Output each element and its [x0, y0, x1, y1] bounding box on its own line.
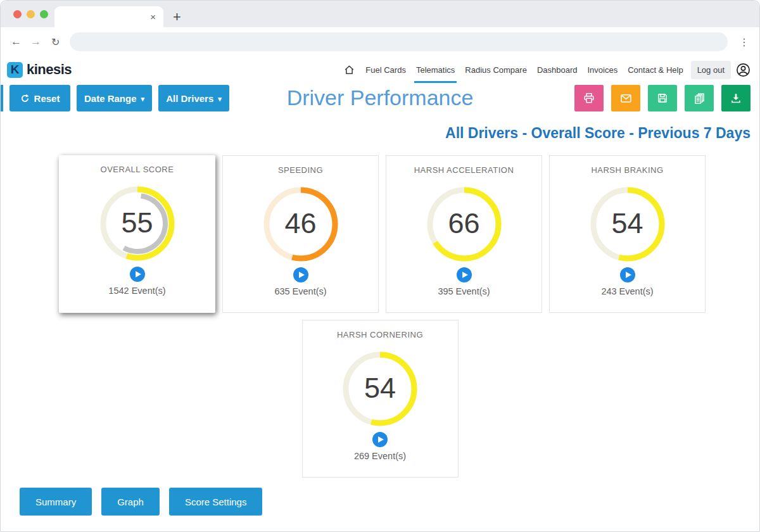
events-count: 269 Event(s) — [303, 451, 458, 461]
nav-invoices[interactable]: Invoices — [582, 56, 623, 83]
play-button[interactable] — [372, 432, 388, 447]
user-avatar-icon[interactable] — [736, 63, 750, 77]
gauge-overall-score: 55 — [96, 182, 179, 265]
card-speeding[interactable]: SPEEDING 46 635 Event(s) — [222, 155, 379, 313]
export-actions — [574, 85, 750, 111]
refresh-icon — [20, 94, 30, 103]
chevron-down-icon: ▾ — [141, 95, 145, 103]
copy-button[interactable] — [685, 85, 714, 111]
browser-window: × + ← → ↻ ⋮ K kinesis Fuel Cards Telemat… — [0, 0, 760, 532]
save-icon — [657, 92, 668, 104]
events-count: 635 Event(s) — [223, 286, 378, 296]
save-button[interactable] — [648, 85, 677, 111]
play-button[interactable] — [457, 267, 472, 282]
envelope-icon — [620, 92, 632, 104]
email-button[interactable] — [611, 85, 640, 111]
nav-radius-compare[interactable]: Radius Compare — [460, 56, 532, 83]
card-title: OVERALL SCORE — [59, 165, 215, 174]
score-value: 54 — [339, 372, 421, 405]
browser-menu-icon[interactable]: ⋮ — [739, 36, 749, 48]
new-tab-button[interactable]: + — [173, 10, 181, 24]
back-icon[interactable]: ← — [11, 35, 22, 48]
address-input[interactable] — [70, 32, 728, 51]
events-count: 1542 Event(s) — [59, 286, 215, 296]
logout-button[interactable]: Log out — [691, 61, 731, 79]
gauge-harsh-braking: 54 — [586, 183, 669, 265]
gauge-harsh-cornering: 54 — [339, 348, 421, 430]
date-range-label: Date Range — [84, 93, 137, 104]
card-harsh-acceleration[interactable]: HARSH ACCELERATION 66 395 Event(s) — [386, 155, 542, 313]
nav-fuel-cards[interactable]: Fuel Cards — [360, 56, 411, 83]
all-drivers-label: All Drivers — [166, 93, 213, 104]
browser-titlebar: × + — [1, 1, 759, 27]
download-icon — [730, 92, 742, 104]
card-title: HARSH BRAKING — [550, 165, 705, 175]
reload-icon[interactable]: ↻ — [51, 36, 60, 48]
kinesis-logo[interactable]: K kinesis — [7, 61, 72, 78]
score-value: 54 — [586, 207, 669, 240]
download-button[interactable] — [721, 85, 750, 111]
card-title: HARSH CORNERING — [303, 330, 458, 339]
close-window-button[interactable] — [13, 10, 22, 18]
controls-row: Reset Date Range ▾ All Drivers ▾ Driver … — [1, 83, 759, 118]
browser-address-bar-row: ← → ↻ ⋮ — [1, 27, 759, 56]
nav-contact-help[interactable]: Contact & Help — [623, 56, 688, 83]
main-nav: Fuel Cards Telematics Radius Compare Das… — [341, 56, 759, 83]
printer-icon — [583, 92, 595, 104]
score-value: 46 — [260, 207, 342, 240]
card-harsh-braking[interactable]: HARSH BRAKING 54 243 Event(s) — [549, 155, 706, 313]
footer-buttons: Summary Graph Score Settings — [1, 488, 759, 516]
score-value: 55 — [96, 206, 179, 239]
card-overall-score[interactable]: OVERALL SCORE 55 1542 Event(s) — [59, 155, 215, 313]
window-controls — [13, 10, 48, 18]
page-content: Reset Date Range ▾ All Drivers ▾ Driver … — [1, 83, 759, 516]
date-range-dropdown[interactable]: Date Range ▾ — [77, 85, 152, 111]
summary-button[interactable]: Summary — [20, 488, 92, 516]
home-icon[interactable] — [341, 56, 360, 83]
gauge-harsh-acceleration: 66 — [423, 183, 505, 265]
site-header: K kinesis Fuel Cards Telematics Radius C… — [1, 56, 759, 83]
kinesis-logo-icon: K — [7, 62, 23, 78]
gauge-cards-row-1: OVERALL SCORE 55 1542 Event(s) SPEEDING … — [1, 155, 759, 313]
play-button[interactable] — [620, 267, 635, 282]
gauge-cards-row-2: HARSH CORNERING 54 269 Event(s) — [1, 320, 759, 478]
reset-button[interactable]: Reset — [10, 85, 70, 111]
copy-pages-icon — [694, 92, 706, 104]
browser-tab[interactable]: × — [54, 6, 163, 27]
card-harsh-cornering[interactable]: HARSH CORNERING 54 269 Event(s) — [302, 320, 459, 478]
score-settings-button[interactable]: Score Settings — [169, 488, 263, 516]
play-button[interactable] — [130, 267, 145, 282]
minimize-window-button[interactable] — [27, 10, 35, 18]
print-button[interactable] — [574, 85, 604, 111]
reset-label: Reset — [34, 93, 60, 104]
all-drivers-dropdown[interactable]: All Drivers ▾ — [158, 85, 229, 111]
score-value: 66 — [423, 207, 505, 240]
events-count: 243 Event(s) — [550, 286, 705, 296]
card-title: HARSH ACCELERATION — [386, 165, 542, 175]
nav-dashboard[interactable]: Dashboard — [532, 56, 583, 83]
events-count: 395 Event(s) — [386, 286, 542, 296]
chevron-down-icon: ▾ — [218, 95, 222, 103]
nav-telematics[interactable]: Telematics — [411, 56, 460, 83]
tab-close-icon[interactable]: × — [150, 12, 156, 22]
graph-button[interactable]: Graph — [101, 488, 160, 516]
maximize-window-button[interactable] — [40, 10, 48, 18]
gauge-speeding: 46 — [260, 183, 342, 265]
report-subtitle: All Drivers - Overall Score - Previous 7… — [1, 125, 750, 142]
card-title: SPEEDING — [223, 165, 378, 175]
forward-icon[interactable]: → — [30, 35, 41, 48]
play-button[interactable] — [293, 267, 308, 282]
brand-name: kinesis — [27, 61, 72, 78]
